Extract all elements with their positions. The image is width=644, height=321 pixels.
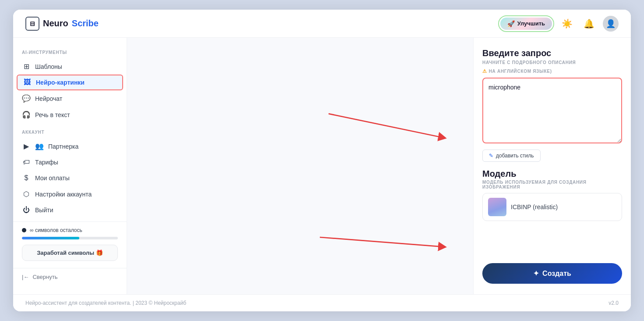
templates-icon: ⊞ — [22, 62, 31, 71]
avatar[interactable]: 👤 — [603, 16, 619, 32]
create-button[interactable]: ✦ Создать — [482, 263, 622, 284]
users-icon: 👥 — [35, 142, 44, 150]
earn-symbols-button[interactable]: Заработай символы 🎁 — [22, 245, 118, 261]
sidebar-item-payments-label: Мои оплаты — [35, 175, 70, 182]
model-thumbnail — [488, 198, 506, 216]
query-sub2: ⚠ НА АНГЛИЙСКОМ ЯЗЫКЕ) — [482, 68, 622, 74]
query-textarea[interactable] — [482, 78, 622, 143]
sidebar-item-neuro-chat-label: Нейрочат — [35, 95, 62, 102]
upgrade-button[interactable]: 🚀 Улучшить — [499, 17, 553, 31]
sidebar-item-tariffs[interactable]: 🏷 Тарифы — [13, 154, 127, 170]
header-right: 🚀 Улучшить ☀️ 🔔 👤 — [499, 16, 619, 32]
sidebar: AI-ИНСТРУМЕНТЫ ⊞ Шаблоны 🖼 Нейро-картинк… — [13, 38, 127, 294]
logo: ⊟ NeuroScribe — [25, 17, 99, 31]
symbols-dot — [22, 228, 26, 232]
sidebar-item-tariffs-label: Тарифы — [35, 159, 58, 166]
sidebar-item-speech-to-text[interactable]: 🎧 Речь в текст — [13, 107, 127, 123]
progress-bar-bg — [22, 237, 118, 239]
model-name: ICBINP (realistic) — [511, 203, 558, 210]
sidebar-item-payments[interactable]: $ Мои оплаты — [13, 170, 127, 186]
footer-version: v2.0 — [609, 300, 619, 306]
footer: Нейро-ассистент для создателей контента.… — [13, 294, 631, 311]
symbols-label: ∞ символов осталось — [30, 227, 82, 233]
sidebar-item-neuro-images[interactable]: 🖼 Нейро-картинки — [17, 75, 123, 90]
collapse-button[interactable]: |← Свернуть — [13, 268, 127, 285]
sidebar-item-logout-label: Выйти — [35, 207, 53, 214]
main-content — [127, 38, 473, 294]
tag-icon: 🏷 — [22, 158, 31, 166]
progress-bar-fill — [22, 237, 79, 239]
collapse-label: Свернуть — [32, 274, 57, 280]
right-panel: Введите запрос НАЧНИТЕ С ПОДРОБНОГО ОПИС… — [473, 38, 631, 294]
sidebar-item-partner[interactable]: ▶ 👥 Партнерка — [13, 138, 127, 154]
logo-text-neuro: Neuro — [43, 18, 68, 29]
symbols-row: ∞ символов осталось — [22, 227, 118, 233]
warning-icon: ⚠ — [482, 68, 487, 74]
sidebar-item-partner-label: Партнерка — [48, 143, 78, 150]
sidebar-item-speech-label: Речь в текст — [35, 111, 70, 118]
query-sub: НАЧНИТЕ С ПОДРОБНОГО ОПИСАНИЯ — [482, 60, 622, 65]
sidebar-section-ai-label: AI-ИНСТРУМЕНТЫ — [13, 50, 127, 58]
partner-icon: ▶ — [22, 142, 31, 150]
create-icon: ✦ — [533, 269, 539, 278]
create-label: Создать — [542, 270, 571, 278]
sidebar-item-neuro-chat[interactable]: 💬 Нейрочат — [13, 90, 127, 107]
sidebar-footer: ∞ символов осталось Заработай символы 🎁 — [13, 221, 127, 268]
sidebar-section-account-label: АККАУНТ — [13, 130, 127, 138]
add-style-icon: ✎ — [489, 153, 493, 159]
add-style-label: добавить стиль — [496, 153, 534, 159]
sidebar-item-account-settings[interactable]: ⬡ Настройки аккаунта — [13, 186, 127, 202]
theme-toggle-button[interactable]: ☀️ — [559, 16, 575, 32]
model-title: Модель — [482, 169, 622, 179]
arrows-overlay — [127, 38, 473, 294]
query-section: Введите запрос НАЧНИТЕ С ПОДРОБНОГО ОПИС… — [482, 48, 622, 162]
svg-line-0 — [329, 114, 442, 137]
add-style-button[interactable]: ✎ добавить стиль — [482, 150, 541, 162]
logo-icon: ⊟ — [25, 17, 39, 31]
rocket-icon: 🚀 — [507, 20, 515, 27]
svg-line-1 — [320, 237, 442, 247]
notifications-button[interactable]: 🔔 — [581, 16, 597, 32]
sidebar-item-neuro-images-label: Нейро-картинки — [36, 79, 85, 86]
sidebar-item-templates-label: Шаблоны — [35, 63, 62, 70]
logo-text-scribe: Scribe — [72, 18, 99, 29]
query-title: Введите запрос — [482, 48, 622, 58]
upgrade-label: Улучшить — [517, 20, 545, 27]
speech-icon: 🎧 — [22, 111, 31, 119]
sidebar-item-templates[interactable]: ⊞ Шаблоны — [13, 58, 127, 75]
collapse-icon: |← — [22, 274, 29, 280]
body: AI-ИНСТРУМЕНТЫ ⊞ Шаблоны 🖼 Нейро-картинк… — [13, 38, 631, 294]
model-section: Модель МОДЕЛЬ ИСПОЛЬЗУЕМАЯ ДЛЯ СОЗДАНИЯ … — [482, 169, 622, 221]
sidebar-item-logout[interactable]: ⏻ Выйти — [13, 202, 127, 218]
settings-icon: ⬡ — [22, 190, 31, 198]
model-selector[interactable]: ICBINP (realistic) — [482, 193, 622, 221]
sidebar-item-settings-label: Настройки аккаунта — [35, 191, 92, 198]
dollar-icon: $ — [22, 174, 31, 182]
footer-copyright: Нейро-ассистент для создателей контента.… — [25, 300, 186, 306]
header: ⊟ NeuroScribe 🚀 Улучшить ☀️ 🔔 👤 — [13, 10, 631, 38]
neuro-chat-icon: 💬 — [22, 94, 31, 103]
neuro-images-icon: 🖼 — [23, 78, 32, 86]
logout-icon: ⏻ — [22, 206, 31, 214]
model-sub: МОДЕЛЬ ИСПОЛЬЗУЕМАЯ ДЛЯ СОЗДАНИЯ ИЗОБРАЖ… — [482, 180, 622, 189]
query-sub-text: НАЧНИТЕ С ПОДРОБНОГО ОПИСАНИЯ — [482, 60, 576, 65]
